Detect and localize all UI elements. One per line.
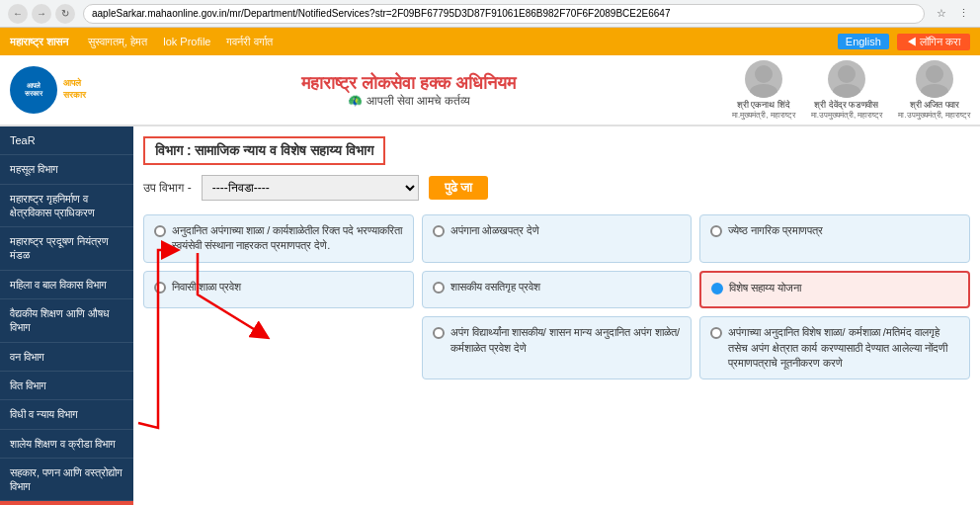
sub-dept-label: उप विभाग - [143,181,192,195]
sidebar-item-school[interactable]: शालेय शिक्षण व क्रीडा विभाग [0,430,133,459]
official-3-designation: मा.उपमुख्यमंत्री, महाराष्ट्र [898,111,970,121]
sidebar-item-pollution[interactable]: महाराष्ट्र प्रदूषण नियंत्रण मंडळ [0,227,133,271]
services-grid: अनुदानित अपंगाच्या शाळा / कार्यशाळेतील र… [143,214,970,379]
service-label-3: ज्येष्ठ नागरिक प्रमाणपत्र [728,223,823,238]
radio-1[interactable] [154,225,166,241]
sidebar-item-finance[interactable]: वित विभाग [0,372,133,400]
browser-bar: ← → ↻ ☆ ⋮ [0,0,980,28]
service-card-6[interactable]: विशेष सहाय्य योजना [699,271,970,308]
radio-circle-5 [433,282,445,294]
svg-point-2 [838,65,856,83]
state-logo-text: महाराष्ट्र शासन [10,36,68,48]
sidebar-item-medical[interactable]: वैद्यकीय शिक्षण आणि औषध विभाग [0,299,133,343]
svg-point-3 [833,84,860,98]
sub-dept-select[interactable]: ----निवडा---- [202,175,419,201]
url-bar[interactable] [83,4,925,24]
sidebar-item-mhada[interactable]: महाराष्ट्र गृहनिर्माण व क्षेत्रविकास प्र… [0,185,133,228]
radio-2[interactable] [433,225,445,241]
radio-6[interactable] [711,283,723,298]
service-card-1[interactable]: अनुदानित अपंगाच्या शाळा / कार्यशाळेतील र… [143,214,414,263]
service-label-5: शासकीय वसतिगृह प्रवेश [450,280,540,295]
radio-circle-9 [710,327,722,339]
official-1-avatar [745,60,782,98]
official-3-avatar [916,60,953,98]
service-card-4[interactable]: निवासी शाळा प्रवेश [143,271,414,308]
top-nav-links: सुस्वागतम्, हेमत lok Profile गवर्नरी वर्… [88,36,272,48]
login-button[interactable]: ◀ लॉगिन करा [897,34,970,50]
refresh-button[interactable]: ↻ [55,4,75,24]
content-wrapper: विभाग : सामाजिक न्याय व विशेष सहाय्य विभ… [143,136,970,379]
sidebar-item-tear[interactable]: TeaR [0,126,133,155]
radio-circle-3 [710,225,722,237]
lok-profile-link[interactable]: lok Profile [163,36,210,48]
english-button[interactable]: English [838,34,889,49]
sidebar-item-forest[interactable]: वन विभाग [0,343,133,372]
logo-area: आपलेसरकार आपलेसरकार [10,66,86,114]
official-3: श्री अजित पवार मा.उपमुख्यमंत्री, महाराष्… [898,60,970,121]
radio-5[interactable] [433,282,445,297]
radio-4[interactable] [154,282,166,297]
header-title: महाराष्ट्र लोकसेवा हक्क अधिनियम [86,73,732,94]
bookmark-icon[interactable]: ⋮ [954,5,972,23]
top-nav-right: English ◀ लॉगिन करा [838,34,970,50]
forward-button[interactable]: → [32,4,51,24]
browser-action-icons: ☆ ⋮ [933,5,972,23]
svg-point-5 [921,84,948,98]
official-2: श्री देवेंद्र फडणवीस मा.उपमुख्यमंत्री, म… [811,60,883,121]
service-label-9: अपंगाच्या अनुदानित विशेष शाळा/ कर्मशाळा … [728,325,959,371]
sidebar: TeaR महसूल विभाग महाराष्ट्र गृहनिर्माण व… [0,126,133,505]
radio-9[interactable] [710,327,722,343]
sidebar-item-mahsul[interactable]: महसूल विभाग [0,155,133,184]
sidebar-item-social[interactable]: सामाजिक न्याय व विशेष सहाय्य विभाग [0,501,133,505]
service-card-8[interactable]: अपंग विद्यार्थ्यांना शासकीय/ शासन मान्य … [422,316,693,379]
pudhe-ja-button[interactable]: पुढे जा [429,176,489,200]
service-card-3[interactable]: ज्येष्ठ नागरिक प्रमाणपत्र [699,214,970,263]
governor-link[interactable]: गवर्नरी वर्गात [226,36,272,48]
sidebar-item-coop[interactable]: सहकार, पणन आणि वस्त्रोद्योग विभाग [0,459,133,502]
logo-text: आपलेसरकार [63,78,86,101]
service-card-7 [143,316,414,379]
svg-point-4 [926,65,943,83]
welcome-text: सुस्वागतम्, हेमत [88,36,147,48]
official-1-name: श्री एकनाथ शिंदे [737,100,790,111]
star-icon[interactable]: ☆ [933,5,950,23]
radio-8[interactable] [433,327,445,343]
sub-dept-row: उप विभाग - ----निवडा---- पुढे जा [143,175,970,201]
official-2-designation: मा.उपमुख्यमंत्री, महाराष्ट्र [811,111,883,121]
content-area: विभाग : सामाजिक न्याय व विशेष सहाय्य विभ… [133,126,980,505]
header-center: महाराष्ट्र लोकसेवा हक्क अधिनियम 🦚 आपली स… [86,73,732,108]
radio-circle-8 [433,327,445,339]
service-card-5[interactable]: शासकीय वसतिगृह प्रवेश [422,271,693,308]
dept-heading: विभाग : सामाजिक न्याय व विशेष सहाय्य विभ… [143,136,385,165]
official-1: श्री एकनाथ शिंदे मा.मुख्यमंत्री, महाराष्… [732,60,795,121]
service-label-2: अपंगाना ओळखपत्र देणे [450,223,539,238]
radio-3[interactable] [710,225,722,241]
radio-circle-2 [433,225,445,237]
top-nav: महाराष्ट्र शासन सुस्वागतम्, हेमत lok Pro… [0,28,980,55]
radio-circle-4 [154,282,166,294]
service-card-2[interactable]: अपंगाना ओळखपत्र देणे [422,214,693,263]
sidebar-item-women[interactable]: महिला व बाल विकास विभाग [0,271,133,299]
official-2-name: श्री देवेंद्र फडणवीस [814,100,878,111]
service-label-1: अनुदानित अपंगाच्या शाळा / कार्यशाळेतील र… [172,223,403,254]
service-card-9[interactable]: अपंगाच्या अनुदानित विशेष शाळा/ कर्मशाळा … [699,316,970,379]
back-button[interactable]: ← [8,4,28,24]
radio-circle-1 [154,225,166,237]
service-label-8: अपंग विद्यार्थ्यांना शासकीय/ शासन मान्य … [450,325,682,356]
service-label-4: निवासी शाळा प्रवेश [172,280,241,295]
svg-point-0 [755,65,773,83]
official-3-name: श्री अजित पवार [910,100,959,111]
official-2-avatar [828,60,865,98]
radio-circle-6 [711,283,723,295]
header: आपलेसरकार आपलेसरकार महाराष्ट्र लोकसेवा ह… [0,55,980,126]
service-label-6: विशेष सहाय्य योजना [729,281,801,295]
main-layout: TeaR महसूल विभाग महाराष्ट्र गृहनिर्माण व… [0,126,980,505]
aple-sarkar-logo: आपलेसरकार [10,66,57,114]
browser-nav-buttons: ← → ↻ [8,4,75,24]
header-officials: श्री एकनाथ शिंदे मा.मुख्यमंत्री, महाराष्… [732,60,970,121]
sidebar-item-law[interactable]: विधी व न्याय विभाग [0,400,133,429]
official-1-designation: मा.मुख्यमंत्री, महाराष्ट्र [732,111,795,121]
header-subtitle: 🦚 आपली सेवा आमचे कर्तव्य [86,94,732,108]
svg-point-1 [750,84,777,98]
